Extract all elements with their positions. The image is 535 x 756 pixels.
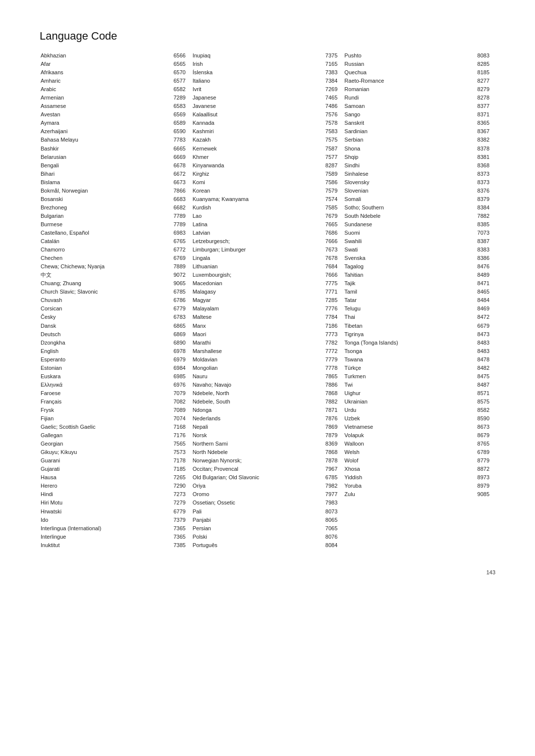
language-code: 8679: [472, 431, 489, 440]
table-row: Français7082: [40, 398, 187, 406]
language-name: Türkçe: [344, 364, 472, 372]
language-code: 7273: [168, 490, 186, 499]
language-code: 8590: [472, 414, 489, 423]
language-name: Bashkir: [41, 145, 168, 153]
table-row: Magyar7285: [192, 296, 339, 304]
language-name: Armenian: [41, 94, 168, 102]
table-row: Inupiaq7375: [192, 51, 339, 60]
language-name: Ukrainian: [344, 398, 472, 406]
language-code: 8484: [472, 296, 489, 304]
language-name: Walloon: [344, 440, 472, 448]
table-row: Komi7586: [192, 178, 339, 187]
table-row: Castellano, Español6983: [40, 229, 187, 237]
table-row: Oriya7982: [192, 482, 339, 490]
language-code: 7185: [168, 465, 186, 473]
language-name: Church Slavic; Slavonic: [41, 288, 168, 296]
table-row: Brezhoneg6682: [40, 203, 187, 212]
language-name: Gujarati: [41, 465, 168, 473]
language-code: 7678: [320, 254, 337, 262]
table-row: Persian7065: [192, 524, 339, 533]
language-code: 7579: [320, 187, 337, 195]
language-code: 7365: [168, 524, 186, 533]
table-row: Hrwatski6779: [40, 507, 187, 516]
language-name: Sardinian: [344, 127, 472, 136]
language-name: Slovenian: [344, 187, 472, 195]
language-code: 8387: [472, 237, 489, 246]
language-name: Ελληνικά: [41, 381, 168, 389]
table-row: Sotho; Southern8384: [343, 203, 490, 212]
language-name: Bokmål, Norwegian: [41, 187, 168, 195]
language-code: 8482: [472, 364, 489, 372]
language-code: 7578: [320, 119, 337, 127]
language-table: Abkhazian6566Afar6565Afrikaans6570Amhari…: [40, 51, 495, 550]
table-row: Deutsch6869: [40, 330, 187, 339]
language-code: 8473: [472, 330, 489, 339]
language-code: 8469: [472, 304, 489, 313]
table-row: Gaelic; Scottish Gaelic7168: [40, 423, 187, 431]
language-name: Swahili: [344, 237, 472, 246]
language-code: 7983: [320, 499, 337, 507]
language-name: Ossetian; Ossetic: [193, 499, 320, 507]
language-name: Afar: [41, 60, 168, 68]
language-name: Estonian: [41, 364, 168, 372]
language-name: Latvian: [193, 229, 320, 237]
language-name: Khmer: [193, 153, 320, 161]
language-name: Telugu: [344, 304, 472, 313]
language-name: Ndebele, North: [193, 389, 320, 398]
table-row: Tajik8471: [343, 279, 490, 288]
column-2: Inupiaq7375Irish7165Íslenska7383Italiano…: [192, 51, 344, 550]
table-row: Shona8378: [343, 145, 490, 153]
table-row: Italiano7384: [192, 77, 339, 85]
language-code: 7073: [472, 229, 489, 237]
language-name: Azerhaijani: [41, 127, 168, 136]
language-name: Malayalam: [193, 304, 320, 313]
language-name: Irish: [193, 60, 320, 68]
table-row: Lao7679: [192, 212, 339, 220]
language-name: Uzbek: [344, 414, 472, 423]
language-name: Yoruba: [344, 482, 472, 490]
language-code: 6679: [472, 322, 489, 330]
language-name: Bislama: [41, 178, 168, 187]
language-name: Nauru: [193, 372, 320, 381]
language-name: Chuvash: [41, 296, 168, 304]
table-row: Javanese7486: [192, 102, 339, 110]
language-name: Belarusian: [41, 153, 168, 161]
language-code: 7165: [320, 60, 337, 68]
language-code: 7079: [168, 389, 186, 398]
language-code: 8368: [472, 161, 489, 170]
language-code: 8367: [472, 127, 489, 136]
language-code: 7379: [168, 516, 186, 524]
language-name: Mongolian: [193, 364, 320, 372]
language-code: 7082: [168, 398, 186, 406]
language-code: 8582: [472, 406, 489, 414]
table-row: Uighur8571: [343, 389, 490, 398]
language-name: Georgian: [41, 440, 168, 448]
language-name: Pali: [193, 507, 320, 516]
language-name: Shqip: [344, 153, 472, 161]
table-row: Chechen6769: [40, 254, 187, 262]
language-name: Brezhoneg: [41, 203, 168, 212]
language-code: 7784: [320, 313, 337, 321]
language-code: 7772: [320, 347, 337, 355]
table-row: Fijian7074: [40, 414, 187, 423]
language-name: Inupiaq: [193, 51, 320, 60]
table-row: Raeto-Romance8277: [343, 77, 490, 85]
language-name: Assamese: [41, 102, 168, 110]
language-code: 8279: [472, 85, 489, 94]
table-row: Ndebele, North7868: [192, 389, 339, 398]
language-code: 7486: [320, 102, 337, 110]
table-row: Tamil8465: [343, 288, 490, 296]
language-name: Kazakh: [193, 136, 320, 144]
table-row: Bosanski6683: [40, 195, 187, 203]
language-code: 8381: [472, 153, 489, 161]
language-code: 7789: [168, 212, 186, 220]
language-name: Chamorro: [41, 246, 168, 254]
table-row: Kirghiz7589: [192, 170, 339, 178]
language-code: 6978: [168, 347, 186, 355]
table-row: Chewa; Chichewa; Nyanja7889: [40, 262, 187, 271]
language-code: 6985: [168, 372, 186, 381]
language-name: Chechen: [41, 254, 168, 262]
language-name: Bulgarian: [41, 212, 168, 220]
language-code: 7967: [320, 465, 337, 473]
language-code: 7585: [320, 203, 337, 212]
